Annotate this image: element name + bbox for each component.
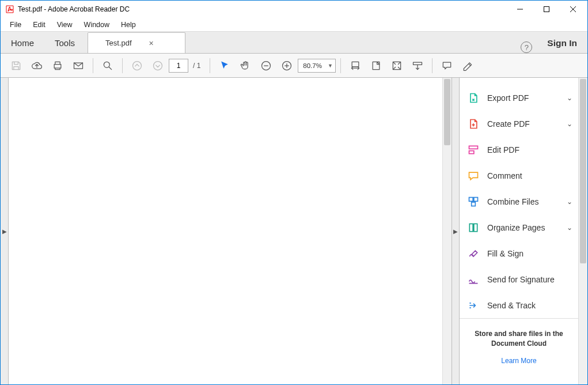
tool-label: Send & Track xyxy=(487,301,572,310)
page-down-icon[interactable] xyxy=(148,56,168,76)
tool-fill-sign[interactable]: Fill & Sign xyxy=(460,240,578,266)
page-up-icon[interactable] xyxy=(127,56,147,76)
tab-tools[interactable]: Tools xyxy=(44,33,85,53)
tool-label: Create PDF xyxy=(487,119,559,129)
send-track-icon xyxy=(468,300,479,311)
menu-edit[interactable]: Edit xyxy=(27,20,51,30)
document-area xyxy=(9,78,452,384)
tab-document[interactable]: Test.pdf × xyxy=(88,32,185,53)
zoom-in-icon[interactable] xyxy=(277,56,297,76)
tab-row: Home Tools Test.pdf × ? Sign In xyxy=(1,32,587,54)
menu-window[interactable]: Window xyxy=(78,20,115,30)
tab-document-label: Test.pdf xyxy=(105,39,132,47)
organize-pages-icon xyxy=(468,222,479,233)
fill-sign-icon xyxy=(468,248,479,259)
svg-rect-21 xyxy=(474,197,478,201)
chevron-down-icon: ⌄ xyxy=(567,224,572,232)
fit-width-icon[interactable] xyxy=(346,56,365,76)
chevron-down-icon: ⌄ xyxy=(567,198,572,206)
page-number-input[interactable] xyxy=(169,59,188,73)
tab-home[interactable]: Home xyxy=(1,33,44,53)
zoom-value: 80.7% xyxy=(303,62,322,69)
selection-tool-icon[interactable] xyxy=(215,56,234,76)
left-panel-toggle[interactable]: ▶ xyxy=(1,78,9,384)
hand-tool-icon[interactable] xyxy=(236,56,255,76)
menu-bar: File Edit View Window Help xyxy=(1,18,587,32)
tool-combine-files[interactable]: Combine Files ⌄ xyxy=(460,188,578,214)
svg-point-7 xyxy=(133,61,142,70)
zoom-select[interactable]: 80.7%▼ xyxy=(298,59,336,73)
comment-icon[interactable] xyxy=(437,56,457,76)
svg-rect-18 xyxy=(469,146,478,149)
fullscreen-icon[interactable] xyxy=(387,56,407,76)
separator xyxy=(210,58,210,73)
separator xyxy=(93,58,93,73)
tool-label: Organize Pages xyxy=(487,223,559,232)
tab-close-icon[interactable]: × xyxy=(149,39,154,48)
cloud-upload-icon[interactable] xyxy=(27,56,47,76)
combine-files-icon xyxy=(468,196,479,207)
svg-point-6 xyxy=(104,62,109,67)
svg-rect-23 xyxy=(469,224,473,231)
panel-scrollbar[interactable] xyxy=(578,78,587,384)
fit-page-icon[interactable] xyxy=(366,56,386,76)
chevron-right-icon: ▶ xyxy=(2,228,7,235)
tool-label: Edit PDF xyxy=(487,145,572,154)
svg-rect-14 xyxy=(352,62,359,66)
comment-tool-icon xyxy=(468,170,479,182)
learn-more-link[interactable]: Learn More xyxy=(466,357,571,365)
print-icon[interactable] xyxy=(48,56,67,76)
chevron-right-icon: ▶ xyxy=(453,228,458,235)
svg-point-8 xyxy=(154,61,162,70)
scrollbar-thumb[interactable] xyxy=(580,79,586,263)
main-area: ▶ ▶ Export PDF ⌄ Create PDF ⌄ Edit PDF C… xyxy=(1,78,587,384)
email-icon[interactable] xyxy=(69,56,88,76)
close-button[interactable] xyxy=(560,1,586,18)
highlight-icon[interactable] xyxy=(458,56,477,76)
caret-down-icon: ▼ xyxy=(328,63,333,69)
tool-send-track[interactable]: Send & Track xyxy=(460,292,578,318)
tool-label: Export PDF xyxy=(487,93,559,103)
send-signature-icon xyxy=(468,274,479,285)
maximize-button[interactable] xyxy=(533,1,560,18)
tool-export-pdf[interactable]: Export PDF ⌄ xyxy=(460,85,578,111)
menu-file[interactable]: File xyxy=(4,20,27,30)
separator xyxy=(432,58,433,73)
chevron-down-icon: ⌄ xyxy=(567,94,572,102)
minimize-button[interactable] xyxy=(507,1,533,18)
zoom-out-icon[interactable] xyxy=(256,56,276,76)
svg-rect-19 xyxy=(469,150,474,153)
separator xyxy=(122,58,123,73)
menu-view[interactable]: View xyxy=(51,20,78,30)
tool-send-signature[interactable]: Send for Signature xyxy=(460,266,578,292)
svg-rect-20 xyxy=(469,197,473,201)
document-page[interactable] xyxy=(9,78,442,384)
menu-help[interactable]: Help xyxy=(115,20,142,30)
page-total: / 1 xyxy=(193,62,200,70)
help-icon[interactable]: ? xyxy=(521,41,532,53)
svg-rect-24 xyxy=(474,224,477,231)
tool-label: Send for Signature xyxy=(487,275,572,284)
search-icon[interactable] xyxy=(98,56,117,76)
window-title: Test.pdf - Adobe Acrobat Reader DC xyxy=(18,5,130,13)
footer-text: Store and share files in the Document Cl… xyxy=(466,329,571,349)
edit-pdf-icon xyxy=(468,144,479,156)
tool-edit-pdf[interactable]: Edit PDF xyxy=(460,137,578,163)
svg-rect-1 xyxy=(544,7,549,12)
tool-create-pdf[interactable]: Create PDF ⌄ xyxy=(460,111,578,137)
create-pdf-icon xyxy=(468,118,479,130)
cloud-footer: Store and share files in the Document Cl… xyxy=(460,318,578,371)
scrollbar-thumb[interactable] xyxy=(444,79,450,145)
save-icon[interactable] xyxy=(6,56,26,76)
tool-organize-pages[interactable]: Organize Pages ⌄ xyxy=(460,214,578,240)
chevron-down-icon: ⌄ xyxy=(567,120,572,128)
signin-button[interactable]: Sign In xyxy=(543,33,587,53)
tool-label: Comment xyxy=(487,171,572,180)
right-panel-toggle[interactable]: ▶ xyxy=(452,78,460,384)
export-pdf-icon xyxy=(468,92,479,104)
tool-label: Combine Files xyxy=(487,197,559,206)
document-scrollbar[interactable] xyxy=(442,78,452,384)
toolbar: / 1 80.7%▼ xyxy=(1,54,587,78)
read-mode-icon[interactable] xyxy=(408,56,427,76)
tool-comment[interactable]: Comment xyxy=(460,163,578,188)
